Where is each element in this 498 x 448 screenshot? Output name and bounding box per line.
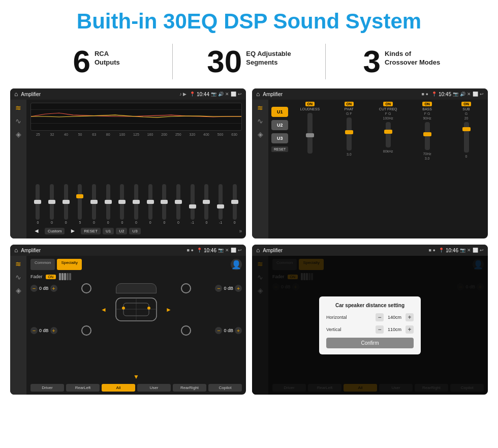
bl-minus-button[interactable]: − (30, 327, 38, 334)
tab-specialty[interactable]: Specialty (57, 259, 81, 270)
vertical-minus-button[interactable]: − (376, 325, 384, 334)
wave-icon-2[interactable]: ∿ (257, 117, 263, 125)
slider-track-15[interactable] (233, 184, 237, 220)
user-button[interactable]: User (137, 384, 171, 392)
eq-slider-14: -1 (214, 184, 227, 224)
slider-track-8[interactable] (134, 184, 138, 220)
driver-button[interactable]: Driver (30, 384, 64, 392)
home-icon-3[interactable]: ⌂ (14, 247, 18, 254)
u2-select-button[interactable]: U2 (271, 120, 288, 130)
vertical-label: Vertical (326, 327, 341, 332)
eq-u1-button[interactable]: U1 (103, 228, 114, 234)
slider-track-5[interactable] (92, 184, 96, 220)
slider-track-13[interactable] (204, 184, 208, 220)
tl-plus-button[interactable]: + (50, 285, 57, 292)
fader-bar-2 (61, 273, 64, 280)
phat-control: ON PHAT G F 3.0 (330, 102, 367, 236)
slider-track-7[interactable] (120, 184, 124, 220)
bottom-speaker-row: − 0 dB + − 0 dB + (30, 325, 242, 336)
slider-track-14[interactable] (219, 184, 223, 220)
fader-screen-content: ≋ ∿ ◈ Common Specialty 👤 Fader ON (10, 256, 246, 395)
camera-icon-4: 📷 (460, 248, 465, 253)
bass-g-label: G (427, 112, 430, 115)
phat-slider[interactable] (347, 117, 352, 151)
band-63: 63 (87, 133, 101, 136)
br-plus-button[interactable]: + (235, 327, 242, 334)
bass-slider[interactable] (425, 122, 430, 150)
slider-track-10[interactable] (162, 184, 166, 220)
home-icon-4[interactable]: ⌂ (256, 247, 260, 254)
status-icons-crossover: 📍 10:45 📷 🔊 ✕ ⬜ ↩ (431, 92, 484, 97)
br-minus-button[interactable]: − (215, 327, 222, 334)
vertical-plus-button[interactable]: + (406, 325, 414, 334)
loudness-on-badge: ON (305, 102, 315, 106)
tab-common[interactable]: Common (30, 259, 55, 270)
eq-prev-button[interactable]: ◄ (30, 226, 43, 235)
band-32: 32 (46, 133, 59, 136)
spk-icon-3[interactable]: ◈ (16, 286, 21, 294)
stats-row: 6 RCA Outputs 30 EQ Adjustable Segments … (0, 39, 498, 84)
band-25: 25 (32, 133, 45, 136)
slider-track-4[interactable] (78, 184, 82, 220)
cutfreq-f-label: F (385, 112, 387, 115)
back-icon-2: ↩ (480, 92, 484, 97)
speaker-icon[interactable]: ◈ (16, 130, 21, 138)
crossover-reset-button[interactable]: RESET (271, 146, 288, 152)
slider-track-11[interactable] (176, 184, 180, 220)
eq-u3-button[interactable]: U3 (129, 228, 140, 234)
vertical-row: Vertical − 110cm + (326, 325, 414, 334)
equalizer-icon[interactable]: ≋ (15, 104, 21, 112)
tr-minus-button[interactable]: − (215, 285, 222, 292)
cutfreq-slider[interactable] (386, 122, 391, 147)
slider-track-2[interactable] (50, 184, 54, 220)
eq-icon-2[interactable]: ≋ (257, 104, 263, 112)
eq-icon-3[interactable]: ≋ (15, 260, 21, 268)
down-arrow-icon[interactable]: ▼ (133, 373, 139, 380)
u3-select-button[interactable]: U3 (271, 133, 288, 143)
eq-u2-button[interactable]: U2 (116, 228, 127, 234)
rearright-button[interactable]: RearRight (173, 384, 206, 392)
slider-track-1[interactable] (36, 184, 40, 220)
menu-icon-3: ■ ● (187, 248, 194, 253)
car-center-row: ◄ ► (30, 295, 242, 323)
band-50: 50 (74, 133, 87, 136)
crossover-sidebar: ≋ ∿ ◈ (252, 100, 268, 238)
waveform-icon[interactable]: ∿ (15, 117, 21, 125)
horizontal-plus-button[interactable]: + (406, 313, 414, 321)
right-arrow-icon[interactable]: ► (166, 306, 172, 313)
copilot-button[interactable]: Copilot (208, 384, 242, 392)
slider-track-12[interactable] (191, 184, 195, 220)
screen-fader: ⌂ Amplifier ■ ● 📍 10:46 📷 ✕ ⬜ ↩ ≋ ∿ ◈ Co… (10, 245, 246, 395)
distance-dialog: Car speaker distance setting Horizontal … (319, 296, 421, 354)
rearleft-button[interactable]: RearLeft (66, 384, 100, 392)
slider-track-6[interactable] (106, 184, 110, 220)
eq-preset-label: Custom (45, 228, 65, 234)
time-distance: 10:46 (446, 248, 458, 253)
slider-track-3[interactable] (64, 184, 68, 220)
cutfreq-control: ON CUT FREQ F G 100Hz 80kHz (369, 102, 407, 236)
arrows-icon: » (239, 228, 242, 234)
sub-label: SUB (462, 107, 470, 111)
eq-reset-button[interactable]: RESET (81, 228, 101, 234)
band-125: 125 (130, 133, 143, 136)
u1-select-button[interactable]: U1 (271, 107, 288, 117)
loudness-slider[interactable] (307, 113, 313, 154)
all-button[interactable]: All (102, 384, 135, 392)
eq-next-button[interactable]: ► (67, 226, 79, 235)
tl-minus-button[interactable]: − (30, 285, 38, 292)
wave-icon-3[interactable]: ∿ (15, 273, 21, 281)
left-arrow-icon[interactable]: ◄ (101, 306, 107, 313)
bl-plus-button[interactable]: + (50, 327, 57, 334)
camera-icon-3: 📷 (218, 248, 224, 253)
slider-track-9[interactable] (148, 184, 152, 220)
confirm-button[interactable]: Confirm (326, 338, 414, 348)
sub-slider[interactable] (464, 122, 469, 153)
divider-2 (325, 44, 326, 79)
spk-icon-2[interactable]: ◈ (258, 130, 263, 138)
fader-bar-3 (64, 273, 66, 280)
person-icon: 👤 (231, 259, 242, 270)
tr-plus-button[interactable]: + (235, 285, 242, 292)
home-icon-2[interactable]: ⌂ (256, 91, 260, 98)
horizontal-minus-button[interactable]: − (376, 313, 384, 321)
home-icon[interactable]: ⌂ (14, 91, 18, 98)
